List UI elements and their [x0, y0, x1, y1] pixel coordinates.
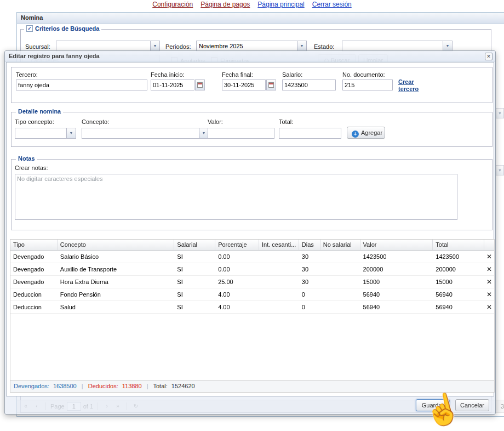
- tercero-label: Tercero:: [16, 71, 38, 78]
- estado-combobox[interactable]: ▼: [342, 41, 453, 52]
- column-header-valor[interactable]: Valor: [360, 240, 433, 250]
- calendar-icon[interactable]: [195, 80, 205, 90]
- cancelar-label: Cancelar: [460, 402, 484, 409]
- deducidos-value: 113880: [122, 383, 142, 389]
- crear-notas-label: Crear notas:: [15, 164, 48, 172]
- chevron-down-icon[interactable]: ▼: [150, 41, 159, 51]
- delete-row-icon[interactable]: ✕: [484, 288, 494, 300]
- column-header-int-cesantias[interactable]: Int. cesanti...: [259, 240, 299, 250]
- delete-row-icon[interactable]: ✕: [484, 251, 494, 263]
- totals-bar: Devengados: 1638500 | Deducidos: 113880 …: [10, 380, 494, 392]
- agregar-label: Agregar: [361, 129, 382, 136]
- chevron-down-icon[interactable]: ▼: [443, 41, 452, 51]
- panel-title: Nomina: [21, 14, 43, 21]
- cell-valor: 1423500: [360, 251, 433, 263]
- link-pagina-principal[interactable]: Página principal: [257, 1, 304, 8]
- fecha-final-input[interactable]: [222, 80, 266, 90]
- table-row[interactable]: Devengado Hora Extra Diurna SI 25.00 30 …: [10, 276, 494, 288]
- cell-porcentaje: 0.00: [215, 263, 259, 275]
- cell-no-salarial: [320, 251, 360, 263]
- summary-total-value: 1524620: [171, 383, 195, 389]
- valor-input[interactable]: [208, 128, 274, 139]
- column-header-delete: [484, 240, 494, 250]
- cell-valor: 56940: [360, 301, 433, 313]
- calendar-icon[interactable]: [266, 80, 276, 90]
- cell-salarial: SI: [174, 288, 215, 300]
- cell-no-salarial: [320, 276, 360, 288]
- cell-tipo: Devengado: [10, 276, 58, 288]
- delete-row-icon[interactable]: ✕: [484, 276, 494, 288]
- cell-int-cesantias: [259, 263, 299, 275]
- table-row[interactable]: Deduccion Salud SI 4.00 0 56940 56940 ✕: [10, 301, 494, 314]
- cell-dias: 30: [299, 251, 320, 263]
- cell-int-cesantias: [259, 251, 299, 263]
- chevron-down-icon[interactable]: ▼: [66, 128, 76, 138]
- chevron-down-icon[interactable]: ▼: [199, 128, 208, 138]
- table-row[interactable]: Devengado Salario Básico SI 0.00 30 1423…: [10, 251, 494, 263]
- cell-int-cesantias: [259, 288, 299, 300]
- notas-textarea[interactable]: [15, 174, 457, 220]
- documento-label: No. documento:: [342, 71, 385, 78]
- summary-separator: |: [147, 383, 148, 389]
- tipo-concepto-combobox[interactable]: ▼: [15, 128, 76, 139]
- sucursal-combobox[interactable]: ▼: [56, 41, 160, 52]
- background-combo-trigger-fragment[interactable]: ▼: [496, 108, 504, 118]
- column-header-concepto[interactable]: Concepto: [58, 240, 175, 250]
- close-icon[interactable]: ✕: [485, 53, 492, 60]
- cell-no-salarial: [320, 301, 360, 313]
- periodos-value: Noviembre 2025: [199, 41, 296, 51]
- cell-dias: 0: [299, 288, 320, 300]
- fecha-final-label: Fecha final:: [222, 71, 253, 78]
- summary-total-label: Total:: [153, 383, 167, 389]
- cell-int-cesantias: [259, 301, 299, 313]
- cancelar-button[interactable]: Cancelar: [455, 399, 489, 411]
- summary-separator: |: [82, 383, 83, 389]
- salario-label: Salario:: [282, 71, 302, 78]
- agregar-button[interactable]: +Agregar: [347, 127, 385, 139]
- column-header-salarial[interactable]: Salarial: [174, 240, 215, 250]
- fecha-inicio-input[interactable]: [151, 80, 194, 90]
- column-header-total[interactable]: Total: [433, 240, 484, 250]
- table-row[interactable]: Deduccion Fondo Pensión SI 4.00 0 56940 …: [10, 288, 494, 301]
- top-nav: Configuración Página de pagos Página pri…: [0, 1, 504, 8]
- notas-fieldset: Notas Crear notas:: [11, 159, 492, 230]
- total-label: Total:: [279, 118, 293, 126]
- cell-porcentaje: 4.00: [215, 301, 259, 313]
- cell-porcentaje: 25.00: [215, 276, 259, 288]
- documento-input[interactable]: [342, 80, 393, 90]
- chevron-down-icon[interactable]: ▼: [297, 41, 306, 51]
- edit-window-footer: Guardar Cancelar: [5, 396, 495, 414]
- column-header-no-salarial[interactable]: No salarial: [320, 240, 360, 250]
- edit-window-header[interactable]: Editar registro para fanny ojeda ✕: [5, 51, 495, 62]
- column-header-porcentaje[interactable]: Porcentaje: [215, 240, 259, 250]
- background-combo-trigger-fragment[interactable]: ▼: [496, 165, 504, 175]
- cell-porcentaje: 0.00: [215, 251, 259, 263]
- page: Configuración Página de pagos Página pri…: [0, 0, 504, 431]
- conceptos-grid: Tipo Concepto Salarial Porcentaje Int. c…: [10, 239, 495, 393]
- cell-dias: 30: [299, 276, 320, 288]
- guardar-button[interactable]: Guardar: [416, 399, 450, 411]
- cell-salarial: SI: [174, 276, 215, 288]
- link-configuracion[interactable]: Configuración: [152, 1, 193, 8]
- total-input[interactable]: [279, 128, 341, 139]
- column-header-dias[interactable]: Dias: [299, 240, 320, 250]
- link-pagina-de-pagos[interactable]: Página de pagos: [201, 1, 250, 8]
- periodos-combobox[interactable]: Noviembre 2025 ▼: [196, 41, 307, 52]
- delete-row-icon[interactable]: ✕: [484, 301, 494, 313]
- cell-no-salarial: [320, 263, 360, 275]
- devengados-value: 1638500: [53, 383, 77, 389]
- link-cerrar-sesion[interactable]: Cerrar sesión: [312, 1, 352, 8]
- cell-concepto: Fondo Pensión: [58, 288, 175, 300]
- window-title: Editar registro para fanny ojeda: [9, 51, 100, 61]
- crear-tercero-link[interactable]: Crear tercero: [398, 78, 428, 93]
- criterios-checkbox[interactable]: ✓: [26, 25, 33, 32]
- tercero-input[interactable]: [16, 80, 147, 90]
- concepto-label: Concepto:: [82, 118, 109, 126]
- salario-input[interactable]: [282, 80, 336, 90]
- column-header-tipo[interactable]: Tipo: [10, 240, 58, 250]
- record-count-fragment: 3: [501, 403, 504, 410]
- delete-row-icon[interactable]: ✕: [484, 263, 494, 275]
- concepto-combobox[interactable]: ▼: [82, 128, 209, 139]
- table-row[interactable]: Devengado Auxilio de Transporte SI 0.00 …: [10, 263, 494, 276]
- cell-dias: 0: [299, 301, 320, 313]
